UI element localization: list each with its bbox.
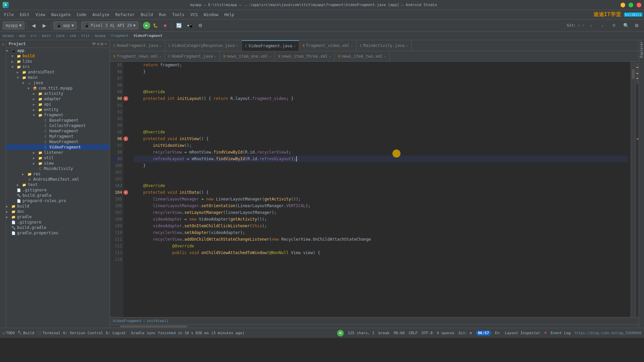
tree-api[interactable]: ▶ 📁 api bbox=[6, 102, 110, 107]
menu-navigate[interactable]: Navigate bbox=[49, 12, 73, 18]
tree-mainactivity[interactable]: C MainActivity bbox=[6, 166, 110, 171]
tree-gradle[interactable]: ▶ 📁 gradle bbox=[6, 214, 110, 220]
menu-run[interactable]: Run bbox=[156, 12, 169, 18]
breadcrumb-src[interactable]: src bbox=[30, 34, 37, 38]
maximize-button[interactable] bbox=[629, 3, 633, 7]
project-tree[interactable]: ▼ 📱 app ▼ 📁 build ▶ 📁 libs bbox=[6, 48, 110, 328]
terminal-button[interactable]: ⬛ Terminal bbox=[37, 331, 60, 335]
tab2-close-newsitemthree[interactable]: ✕ bbox=[329, 55, 331, 58]
tab-close-mainactivity[interactable]: ✕ bbox=[406, 44, 408, 48]
charset-label[interactable]: UTF-8 bbox=[422, 331, 433, 335]
tree-libs[interactable]: ▶ 📁 libs bbox=[6, 59, 110, 64]
tree-gitignore-root[interactable]: 📄 .gitignore bbox=[6, 220, 110, 225]
stop-button[interactable]: ■ bbox=[160, 21, 170, 30]
code-content[interactable]: return fragment; } @Override bbox=[131, 62, 631, 317]
tree-videofragment[interactable]: C VideoFragment bbox=[6, 144, 110, 150]
tree-androidmanifest[interactable]: ⚙ AndroidManifest.xml bbox=[6, 177, 110, 182]
expand-icon[interactable]: ⊞ bbox=[101, 42, 103, 46]
tab2-close-newsitemtwo[interactable]: ✕ bbox=[384, 55, 386, 58]
todo-button[interactable]: ☐ TODO bbox=[3, 331, 15, 335]
device-dropdown[interactable]: 📱 Pixel 3 XL API 29 ▼ bbox=[81, 21, 139, 29]
layout-inspector-label[interactable]: Layout Inspector bbox=[505, 331, 540, 335]
git-pull-button[interactable]: ↓ bbox=[598, 21, 607, 30]
tree-main[interactable]: ▼ 📁 main bbox=[6, 75, 110, 80]
tabs-row-1[interactable]: C HomeFragment.java ✕ C VideoCategoryRes… bbox=[110, 40, 639, 51]
tab-close-homefragment[interactable]: ✕ bbox=[159, 44, 161, 48]
tree-myfragment[interactable]: C MyFragment bbox=[6, 134, 110, 139]
tree-entity[interactable]: ▶ 📁 entity bbox=[6, 107, 110, 112]
tab2-close-homefragment[interactable]: ✕ bbox=[214, 55, 216, 58]
back-button[interactable]: ◀ bbox=[29, 21, 38, 30]
tree-java[interactable]: ▼ ☕ java bbox=[6, 80, 110, 85]
tree-util[interactable]: ▶ 📁 util bbox=[6, 155, 110, 161]
explorer-label[interactable]: Explorer bbox=[640, 42, 643, 58]
tree-buildgradle-root[interactable]: 🔧 build.gradle bbox=[6, 225, 110, 230]
menu-tools[interactable]: Tools bbox=[170, 12, 187, 18]
tree-src[interactable]: ▼ 📁 src bbox=[6, 64, 110, 69]
tree-gitignore-app[interactable]: 📄 .gitignore bbox=[6, 187, 110, 193]
tab-videocategoryresponse[interactable]: C VideoCategoryResponse.java ✕ bbox=[165, 40, 242, 51]
version-control-button[interactable]: 6: Version Control bbox=[63, 331, 103, 335]
tree-listener[interactable]: ▶ 📁 listener bbox=[6, 150, 110, 155]
menu-refactor[interactable]: Refactor bbox=[113, 12, 138, 18]
tree-buildgradle-app[interactable]: 🔧 build.gradle bbox=[6, 193, 110, 198]
code-editor[interactable]: 85 86 87 88 89 90 91 92 93 94 95 96 97 9… bbox=[110, 62, 639, 317]
code-breadcrumb-method[interactable]: initView() bbox=[147, 319, 169, 323]
app-module-dropdown[interactable]: 📱 app ▼ bbox=[53, 21, 77, 29]
tree-adapter[interactable]: ▶ 📁 adapter bbox=[6, 96, 110, 102]
tree-build-root[interactable]: ▶ 📁 build bbox=[6, 203, 110, 209]
tree-fragment[interactable]: ▼ 📁 fragment bbox=[6, 112, 110, 118]
breadcrumb-fragment[interactable]: fragment bbox=[111, 34, 128, 38]
h-scroll-thumb[interactable] bbox=[120, 325, 187, 327]
indent-label[interactable]: 4 spaces bbox=[437, 331, 454, 335]
tab2-newsitemone[interactable]: X news_item_one.xml ✕ bbox=[220, 51, 275, 61]
tab2-fragmentnews[interactable]: X fragment_news.xml ✕ bbox=[110, 51, 165, 61]
tree-basefragment[interactable]: C BaseFragment bbox=[6, 118, 110, 123]
menu-edit[interactable]: Edit bbox=[17, 12, 32, 18]
sdk-button[interactable]: ⚙ bbox=[196, 21, 205, 30]
git-push-button[interactable]: ↑ bbox=[586, 21, 596, 30]
tab-close-fragmentvideo[interactable]: ✕ bbox=[351, 44, 353, 48]
tree-test[interactable]: ▶ 📁 test bbox=[6, 182, 110, 187]
tab-videofragment[interactable]: C VideoFragment.java ✕ bbox=[242, 40, 299, 51]
tree-collectfragment[interactable]: C CollectFragment bbox=[6, 123, 110, 128]
logcat-button[interactable]: 6: Logcat bbox=[106, 331, 126, 335]
event-log-label[interactable]: Event Log bbox=[551, 331, 571, 335]
structure-icon[interactable]: ◧ bbox=[1, 43, 5, 47]
editor-scrollbar[interactable] bbox=[631, 62, 635, 317]
build-button[interactable]: 🔨 Build bbox=[17, 331, 34, 335]
tree-app[interactable]: ▼ 📱 app bbox=[6, 48, 110, 53]
tree-proguard[interactable]: 📄 proguard-rules.pro bbox=[6, 198, 110, 203]
forward-button[interactable]: ▶ bbox=[40, 21, 49, 30]
menu-code[interactable]: Code bbox=[74, 12, 89, 18]
search-everywhere-button[interactable]: 🔍 bbox=[621, 21, 631, 30]
tab2-newsitemtwo[interactable]: X news_item_two.xml ✕ bbox=[335, 51, 390, 61]
lang-label[interactable]: En bbox=[495, 331, 499, 335]
minimize-button[interactable] bbox=[621, 3, 625, 7]
horizontal-scrollbar[interactable] bbox=[110, 324, 639, 328]
tab-mainactivity[interactable]: C MainActivity.java ✕ bbox=[357, 40, 412, 51]
run-button[interactable]: ▶ bbox=[143, 22, 150, 29]
avd-button[interactable]: 📲 bbox=[185, 21, 194, 30]
tab2-newsitemthree[interactable]: X news_item_three.xml ✕ bbox=[275, 51, 335, 61]
tree-view[interactable]: ▶ 📁 view bbox=[6, 161, 110, 166]
tree-activity[interactable]: ▶ 📁 activity bbox=[6, 91, 110, 96]
tab2-close-newsitemone[interactable]: ✕ bbox=[269, 55, 271, 58]
tree-androidtest[interactable]: ▶ 📁 androidTest bbox=[6, 69, 110, 75]
settings-button[interactable]: ⚙ bbox=[632, 21, 641, 30]
sync-status-badge[interactable]: ⟳ bbox=[337, 330, 344, 337]
scrollbar-thumb[interactable] bbox=[632, 69, 635, 79]
tab-close-videofragment[interactable]: ✕ bbox=[293, 44, 296, 48]
breadcrumb-ttit[interactable]: ttit bbox=[81, 34, 90, 38]
tab2-homefragment[interactable]: C HomeFragment.java ✕ bbox=[165, 51, 220, 61]
breadcrumb-app[interactable]: app bbox=[19, 34, 25, 38]
tree-package-com[interactable]: ▼ 📦 com.ttit.myapp bbox=[6, 85, 110, 91]
breadcrumb-com[interactable]: com bbox=[69, 34, 76, 38]
tree-homefragment[interactable]: C HomeFragment bbox=[6, 128, 110, 134]
breadcrumb-main[interactable]: main bbox=[42, 34, 51, 38]
tree-build-app[interactable]: ▼ 📁 build bbox=[6, 53, 110, 59]
collapse-icon[interactable]: — bbox=[105, 42, 107, 46]
gear-icon[interactable]: ⚙ bbox=[97, 42, 99, 46]
menu-help[interactable]: Help bbox=[222, 12, 237, 18]
crlf-label[interactable]: CRLF bbox=[409, 331, 418, 335]
